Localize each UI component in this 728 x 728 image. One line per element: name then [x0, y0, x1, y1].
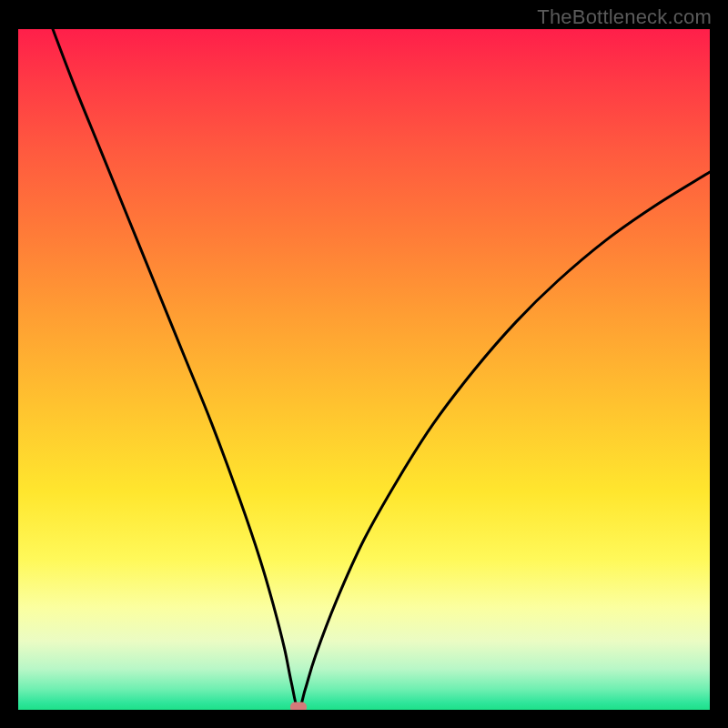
bottleneck-curve — [53, 29, 710, 710]
plot-area — [18, 29, 710, 710]
optimal-marker — [290, 703, 307, 711]
chart-container: TheBottleneck.com — [0, 0, 728, 728]
watermark-text: TheBottleneck.com — [537, 5, 712, 29]
curve-layer — [18, 29, 710, 710]
